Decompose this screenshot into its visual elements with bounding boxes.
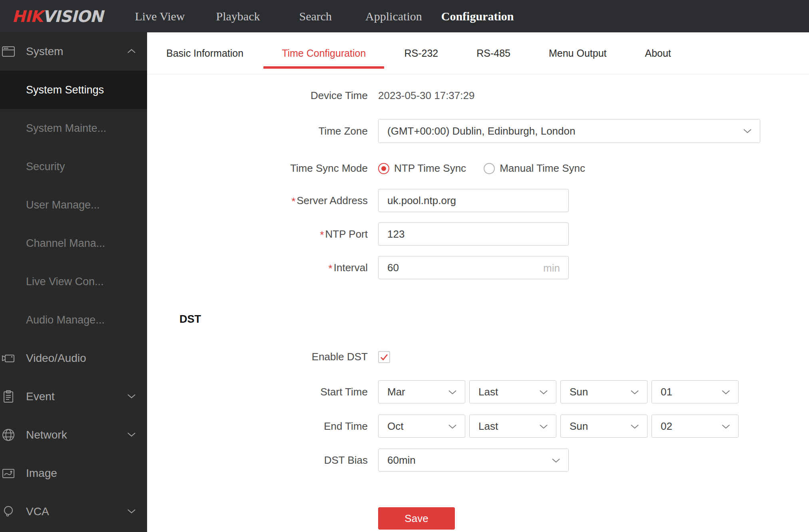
server-address-label: *Server Address xyxy=(147,195,368,207)
chevron-down-icon xyxy=(721,389,730,395)
dst-section-heading: DST xyxy=(179,313,809,326)
time-zone-row: Time Zone (GMT+00:00) Dublin, Edinburgh,… xyxy=(147,119,809,143)
save-button[interactable]: Save xyxy=(378,507,455,530)
start-time-label: Start Time xyxy=(147,386,368,398)
event-icon xyxy=(2,390,15,403)
label-text: NTP Port xyxy=(325,228,368,240)
chevron-down-icon xyxy=(448,389,457,395)
chevron-down-icon xyxy=(552,458,560,463)
dst-bias-label: DST Bias xyxy=(147,454,368,466)
end-week-select[interactable]: Last xyxy=(469,415,556,438)
dst-bias-row: DST Bias 60min xyxy=(147,449,809,472)
device-time-row: Device Time 2023-05-30 17:37:29 xyxy=(147,89,809,102)
select-value: 02 xyxy=(661,420,672,433)
sidebar-item-label: System xyxy=(26,45,63,58)
dst-bias-select[interactable]: 60min xyxy=(378,449,569,472)
chevron-down-icon xyxy=(127,393,136,399)
time-configuration-form: Device Time 2023-05-30 17:37:29 Time Zon… xyxy=(147,74,809,530)
tab-rs-232[interactable]: RS-232 xyxy=(404,47,438,59)
sidebar-item-vca[interactable]: VCA xyxy=(0,492,147,531)
time-sync-mode-label: Time Sync Mode xyxy=(147,162,368,175)
sidebar-item-user-management[interactable]: User Manage... xyxy=(0,186,147,224)
tab-rs-485[interactable]: RS-485 xyxy=(476,47,510,59)
end-month-select[interactable]: Oct xyxy=(378,415,465,438)
nav-item-live-view[interactable]: Live View xyxy=(135,10,185,23)
device-time-label: Device Time xyxy=(147,89,368,102)
interval-input-wrap: min xyxy=(378,256,569,279)
sidebar-item-system-settings[interactable]: System Settings xyxy=(0,71,147,109)
time-zone-select[interactable]: (GMT+00:00) Dublin, Edinburgh, London xyxy=(378,119,760,143)
tab-menu-output[interactable]: Menu Output xyxy=(549,47,607,59)
ntp-port-label: *NTP Port xyxy=(147,228,368,240)
sidebar-item-live-view-config[interactable]: Live View Con... xyxy=(0,262,147,301)
enable-dst-row: Enable DST xyxy=(147,351,809,363)
start-week-select[interactable]: Last xyxy=(469,380,556,403)
nav-item-playback[interactable]: Playback xyxy=(216,10,260,23)
main-content: Basic Information Time Configuration RS-… xyxy=(147,32,809,532)
sidebar-item-label: Security xyxy=(26,161,65,173)
hikvision-logo: HIKVISION xyxy=(12,7,103,26)
sidebar: System System Settings System Mainte... … xyxy=(0,32,147,532)
sidebar-item-label: User Manage... xyxy=(26,199,100,211)
top-nav: HIKVISION Live View Playback Search Appl… xyxy=(0,0,809,32)
interval-label: *Interval xyxy=(147,262,368,274)
chevron-down-icon xyxy=(630,389,639,395)
chevron-down-icon xyxy=(539,424,548,429)
nav-item-configuration[interactable]: Configuration xyxy=(441,10,514,23)
app-window: HIKVISION Live View Playback Search Appl… xyxy=(0,0,809,532)
radio-ntp-time-sync[interactable]: NTP Time Sync xyxy=(378,162,466,175)
sidebar-item-event[interactable]: Event xyxy=(0,377,147,416)
sidebar-item-system-maintenance[interactable]: System Mainte... xyxy=(0,109,147,147)
chevron-down-icon xyxy=(721,424,730,429)
label-text: Interval xyxy=(334,262,368,274)
sidebar-item-system[interactable]: System xyxy=(0,32,147,71)
end-day-select[interactable]: Sun xyxy=(560,415,648,438)
chevron-down-icon xyxy=(448,424,457,429)
time-zone-label: Time Zone xyxy=(147,125,368,137)
end-hour-select[interactable]: 02 xyxy=(652,415,739,438)
start-day-select[interactable]: Sun xyxy=(560,380,648,403)
interval-input[interactable] xyxy=(378,256,569,279)
logo-hik: HIK xyxy=(12,7,42,26)
sidebar-item-label: Live View Con... xyxy=(26,276,104,288)
sidebar-item-channel-management[interactable]: Channel Mana... xyxy=(0,224,147,262)
nav-item-application[interactable]: Application xyxy=(365,10,422,23)
sidebar-item-label: Event xyxy=(26,390,55,403)
select-value: Last xyxy=(478,420,498,433)
device-time-value: 2023-05-30 17:37:29 xyxy=(378,89,474,102)
tab-basic-information[interactable]: Basic Information xyxy=(166,47,243,59)
radio-label: NTP Time Sync xyxy=(394,162,466,175)
image-icon xyxy=(2,466,15,480)
tab-about[interactable]: About xyxy=(645,47,671,59)
start-hour-select[interactable]: 01 xyxy=(652,380,739,403)
radio-manual-time-sync[interactable]: Manual Time Sync xyxy=(484,162,585,175)
ntp-port-input[interactable] xyxy=(378,222,569,246)
chevron-up-icon xyxy=(127,48,136,54)
time-zone-value: (GMT+00:00) Dublin, Edinburgh, London xyxy=(387,125,575,137)
time-sync-mode-row: Time Sync Mode NTP Time Sync Manual Time… xyxy=(147,162,809,175)
video-audio-icon xyxy=(2,351,15,365)
chevron-down-icon xyxy=(127,508,136,514)
nav-item-search[interactable]: Search xyxy=(299,10,332,23)
sidebar-item-audio-management[interactable]: Audio Manage... xyxy=(0,301,147,339)
sidebar-item-security[interactable]: Security xyxy=(0,147,147,186)
vca-bulb-icon xyxy=(2,505,15,518)
sidebar-item-image[interactable]: Image xyxy=(0,454,147,492)
sidebar-item-label: Network xyxy=(26,429,67,441)
server-address-input[interactable] xyxy=(378,189,569,212)
sidebar-item-network[interactable]: Network xyxy=(0,416,147,454)
radio-label: Manual Time Sync xyxy=(500,162,585,175)
sidebar-item-label: VCA xyxy=(26,505,49,518)
tab-time-configuration[interactable]: Time Configuration xyxy=(282,47,366,59)
select-value: Last xyxy=(478,386,498,398)
checkmark-icon xyxy=(379,352,389,362)
sidebar-item-video-audio[interactable]: Video/Audio xyxy=(0,339,147,377)
ntp-port-row: *NTP Port xyxy=(147,222,809,246)
select-value: Sun xyxy=(570,420,588,433)
select-value: Mar xyxy=(387,386,405,398)
enable-dst-checkbox[interactable] xyxy=(378,351,390,363)
enable-dst-label: Enable DST xyxy=(147,351,368,363)
sidebar-item-label: Image xyxy=(26,467,57,480)
start-month-select[interactable]: Mar xyxy=(378,380,465,403)
server-address-row: *Server Address xyxy=(147,189,809,212)
